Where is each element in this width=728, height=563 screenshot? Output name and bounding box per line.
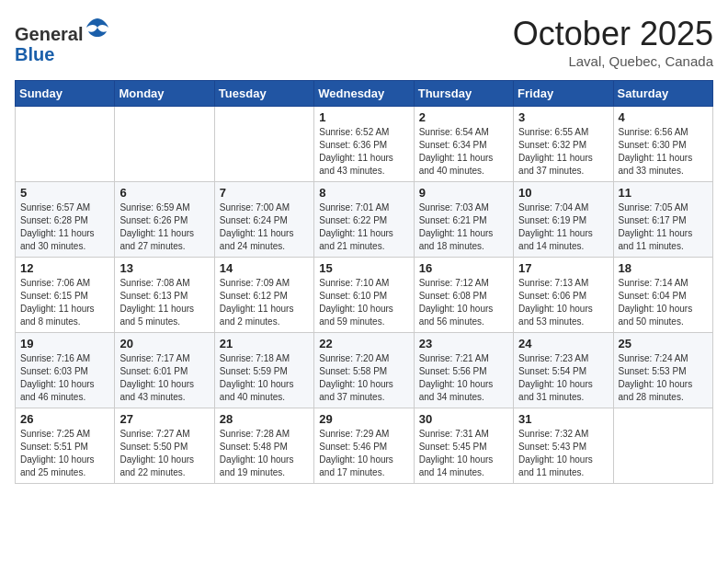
day-info: Sunrise: 6:57 AM Sunset: 6:28 PM Dayligh… xyxy=(20,201,109,253)
day-info: Sunrise: 6:52 AM Sunset: 6:36 PM Dayligh… xyxy=(319,126,408,178)
day-number: 27 xyxy=(119,412,209,426)
calendar-week-3: 12Sunrise: 7:06 AM Sunset: 6:15 PM Dayli… xyxy=(16,258,713,333)
logo: General Blue xyxy=(15,15,110,64)
calendar-cell: 25Sunrise: 7:24 AM Sunset: 5:53 PM Dayli… xyxy=(613,333,712,408)
calendar-cell xyxy=(613,408,712,484)
location: Laval, Quebec, Canada xyxy=(513,53,713,69)
calendar-cell: 17Sunrise: 7:13 AM Sunset: 6:06 PM Dayli… xyxy=(514,258,613,333)
day-info: Sunrise: 7:18 AM Sunset: 5:59 PM Dayligh… xyxy=(220,352,309,404)
day-info: Sunrise: 7:16 AM Sunset: 6:03 PM Dayligh… xyxy=(20,352,109,404)
day-number: 25 xyxy=(619,337,708,350)
calendar-header-saturday: Saturday xyxy=(613,81,712,107)
calendar-cell: 7Sunrise: 7:00 AM Sunset: 6:24 PM Daylig… xyxy=(214,182,313,258)
day-number: 3 xyxy=(518,110,608,124)
title-block: October 2025 Laval, Quebec, Canada xyxy=(513,15,713,69)
calendar-cell: 8Sunrise: 7:01 AM Sunset: 6:22 PM Daylig… xyxy=(314,182,414,258)
calendar-week-4: 19Sunrise: 7:16 AM Sunset: 6:03 PM Dayli… xyxy=(16,333,713,408)
calendar-header-thursday: Thursday xyxy=(414,81,513,107)
calendar-cell: 19Sunrise: 7:16 AM Sunset: 6:03 PM Dayli… xyxy=(16,333,115,408)
day-number: 21 xyxy=(220,337,309,350)
day-info: Sunrise: 7:00 AM Sunset: 6:24 PM Dayligh… xyxy=(220,201,309,253)
day-info: Sunrise: 7:05 AM Sunset: 6:17 PM Dayligh… xyxy=(619,201,708,253)
calendar-cell: 10Sunrise: 7:04 AM Sunset: 6:19 PM Dayli… xyxy=(514,182,613,258)
calendar-table: SundayMondayTuesdayWednesdayThursdayFrid… xyxy=(15,80,713,484)
calendar-cell: 2Sunrise: 6:54 AM Sunset: 6:34 PM Daylig… xyxy=(414,107,513,182)
day-number: 26 xyxy=(20,412,109,426)
calendar-cell: 30Sunrise: 7:31 AM Sunset: 5:45 PM Dayli… xyxy=(414,408,513,484)
day-number: 30 xyxy=(419,412,508,426)
logo-general: General xyxy=(15,24,83,44)
calendar-cell: 31Sunrise: 7:32 AM Sunset: 5:43 PM Dayli… xyxy=(514,408,613,484)
day-info: Sunrise: 7:27 AM Sunset: 5:50 PM Dayligh… xyxy=(119,428,209,479)
logo-bird-icon xyxy=(85,15,110,40)
calendar-cell xyxy=(214,107,313,182)
day-number: 11 xyxy=(619,186,708,200)
day-number: 5 xyxy=(20,186,109,200)
calendar-cell: 18Sunrise: 7:14 AM Sunset: 6:04 PM Dayli… xyxy=(613,258,712,333)
day-number: 1 xyxy=(319,110,408,124)
day-number: 6 xyxy=(119,186,209,200)
calendar-cell: 16Sunrise: 7:12 AM Sunset: 6:08 PM Dayli… xyxy=(414,258,513,333)
day-info: Sunrise: 7:04 AM Sunset: 6:19 PM Dayligh… xyxy=(518,201,608,253)
day-number: 13 xyxy=(119,261,209,275)
day-number: 28 xyxy=(220,412,309,426)
calendar-cell: 11Sunrise: 7:05 AM Sunset: 6:17 PM Dayli… xyxy=(613,182,712,258)
month-title: October 2025 xyxy=(513,15,713,53)
calendar-cell: 5Sunrise: 6:57 AM Sunset: 6:28 PM Daylig… xyxy=(16,182,115,258)
day-number: 15 xyxy=(319,261,408,275)
calendar-cell: 21Sunrise: 7:18 AM Sunset: 5:59 PM Dayli… xyxy=(214,333,313,408)
calendar-cell: 6Sunrise: 6:59 AM Sunset: 6:26 PM Daylig… xyxy=(115,182,214,258)
logo-blue: Blue xyxy=(15,44,54,64)
day-info: Sunrise: 7:12 AM Sunset: 6:08 PM Dayligh… xyxy=(419,277,508,328)
day-number: 10 xyxy=(518,186,608,200)
day-info: Sunrise: 6:54 AM Sunset: 6:34 PM Dayligh… xyxy=(419,126,508,178)
day-info: Sunrise: 6:59 AM Sunset: 6:26 PM Dayligh… xyxy=(119,201,209,253)
day-number: 4 xyxy=(619,110,708,124)
day-info: Sunrise: 7:23 AM Sunset: 5:54 PM Dayligh… xyxy=(518,352,608,404)
calendar-header-friday: Friday xyxy=(514,81,613,107)
day-number: 22 xyxy=(319,337,408,350)
calendar-header-sunday: Sunday xyxy=(16,81,115,107)
day-number: 17 xyxy=(518,261,608,275)
day-info: Sunrise: 7:29 AM Sunset: 5:46 PM Dayligh… xyxy=(319,428,408,479)
day-number: 31 xyxy=(518,412,608,426)
day-number: 14 xyxy=(220,261,309,275)
day-info: Sunrise: 7:10 AM Sunset: 6:10 PM Dayligh… xyxy=(319,277,408,328)
calendar-cell: 1Sunrise: 6:52 AM Sunset: 6:36 PM Daylig… xyxy=(314,107,414,182)
calendar-week-1: 1Sunrise: 6:52 AM Sunset: 6:36 PM Daylig… xyxy=(16,107,713,182)
calendar-header-tuesday: Tuesday xyxy=(214,81,313,107)
day-info: Sunrise: 6:55 AM Sunset: 6:32 PM Dayligh… xyxy=(518,126,608,178)
calendar-cell: 12Sunrise: 7:06 AM Sunset: 6:15 PM Dayli… xyxy=(16,258,115,333)
day-info: Sunrise: 7:17 AM Sunset: 6:01 PM Dayligh… xyxy=(119,352,209,404)
calendar-cell: 26Sunrise: 7:25 AM Sunset: 5:51 PM Dayli… xyxy=(16,408,115,484)
calendar-cell: 27Sunrise: 7:27 AM Sunset: 5:50 PM Dayli… xyxy=(115,408,214,484)
day-info: Sunrise: 7:13 AM Sunset: 6:06 PM Dayligh… xyxy=(518,277,608,328)
day-number: 16 xyxy=(419,261,508,275)
day-info: Sunrise: 7:32 AM Sunset: 5:43 PM Dayligh… xyxy=(518,428,608,479)
calendar-cell: 22Sunrise: 7:20 AM Sunset: 5:58 PM Dayli… xyxy=(314,333,414,408)
calendar-cell: 15Sunrise: 7:10 AM Sunset: 6:10 PM Dayli… xyxy=(314,258,414,333)
day-number: 19 xyxy=(20,337,109,350)
calendar-cell: 14Sunrise: 7:09 AM Sunset: 6:12 PM Dayli… xyxy=(214,258,313,333)
calendar-cell xyxy=(16,107,115,182)
day-number: 20 xyxy=(119,337,209,350)
day-info: Sunrise: 7:03 AM Sunset: 6:21 PM Dayligh… xyxy=(419,201,508,253)
day-info: Sunrise: 7:25 AM Sunset: 5:51 PM Dayligh… xyxy=(20,428,109,479)
calendar-header-row: SundayMondayTuesdayWednesdayThursdayFrid… xyxy=(16,81,713,107)
calendar-cell: 23Sunrise: 7:21 AM Sunset: 5:56 PM Dayli… xyxy=(414,333,513,408)
day-number: 18 xyxy=(619,261,708,275)
calendar-cell: 20Sunrise: 7:17 AM Sunset: 6:01 PM Dayli… xyxy=(115,333,214,408)
day-info: Sunrise: 7:14 AM Sunset: 6:04 PM Dayligh… xyxy=(619,277,708,328)
day-info: Sunrise: 7:01 AM Sunset: 6:22 PM Dayligh… xyxy=(319,201,408,253)
calendar-week-2: 5Sunrise: 6:57 AM Sunset: 6:28 PM Daylig… xyxy=(16,182,713,258)
day-info: Sunrise: 7:24 AM Sunset: 5:53 PM Dayligh… xyxy=(619,352,708,404)
calendar-cell: 4Sunrise: 6:56 AM Sunset: 6:30 PM Daylig… xyxy=(613,107,712,182)
calendar-cell: 28Sunrise: 7:28 AM Sunset: 5:48 PM Dayli… xyxy=(214,408,313,484)
day-info: Sunrise: 7:06 AM Sunset: 6:15 PM Dayligh… xyxy=(20,277,109,328)
day-number: 8 xyxy=(319,186,408,200)
calendar-cell: 13Sunrise: 7:08 AM Sunset: 6:13 PM Dayli… xyxy=(115,258,214,333)
calendar-cell: 9Sunrise: 7:03 AM Sunset: 6:21 PM Daylig… xyxy=(414,182,513,258)
day-number: 7 xyxy=(220,186,309,200)
day-info: Sunrise: 7:20 AM Sunset: 5:58 PM Dayligh… xyxy=(319,352,408,404)
day-info: Sunrise: 7:28 AM Sunset: 5:48 PM Dayligh… xyxy=(220,428,309,479)
